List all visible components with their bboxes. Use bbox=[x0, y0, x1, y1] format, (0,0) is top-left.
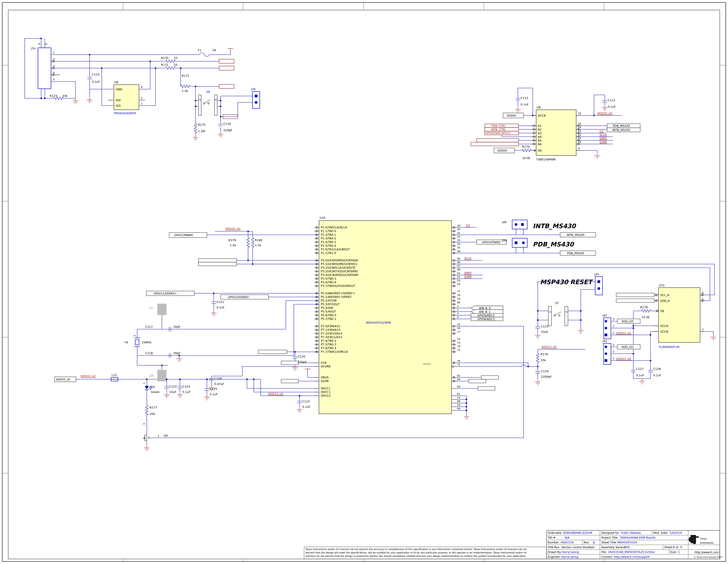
refdes-r177: R177 bbox=[150, 406, 157, 409]
gnd-symbol bbox=[578, 328, 583, 333]
ti-url[interactable]: http://www.ti.com bbox=[695, 551, 719, 554]
u8-pin-name: OE bbox=[538, 149, 542, 152]
value-d5: Green bbox=[151, 390, 160, 394]
value-c119: 2200pF bbox=[541, 375, 552, 378]
refdes-c113: C113 bbox=[521, 96, 528, 100]
capacitor-c116 bbox=[218, 124, 223, 126]
u10-pin-name: DVCC2 bbox=[321, 394, 331, 397]
net-label-intb-ms430: INTB_MS430 bbox=[567, 233, 584, 237]
capacitor-c124 bbox=[178, 386, 182, 388]
schematic-page: J34 1 2 3 4 5 9 8 R17333k C1140.1uF F17A… bbox=[0, 0, 728, 564]
u10-pin-name: P7.7/TB0CLK/MCLK bbox=[321, 350, 348, 353]
fuse-f1 bbox=[199, 53, 209, 57]
refdes-j42: J42 bbox=[602, 339, 607, 343]
pin-number: 77 bbox=[457, 290, 460, 293]
refdes-c118: C118 bbox=[145, 351, 153, 355]
tb-size: C bbox=[678, 551, 680, 554]
value-c112: 0.1uF bbox=[608, 105, 616, 108]
tb-designed-label: Designed for: bbox=[601, 531, 620, 535]
section-reset-u11: MSP430 RESET S7 2 4 J35 J41 J42 3 2 1 3 … bbox=[535, 273, 716, 385]
pin-number: 8 bbox=[702, 291, 704, 294]
gnd-symbol bbox=[73, 99, 78, 104]
pin-number: 3 bbox=[143, 423, 146, 425]
net-label-vdd33uc: VDD33_UC bbox=[541, 345, 557, 349]
net-label-vdd-i2c: VDD_I2C bbox=[621, 320, 634, 323]
tb-project[interactable]: DS90Ux949A EVM Boards bbox=[620, 536, 655, 539]
value-c118: 30pF bbox=[173, 351, 180, 355]
resistor-r179 bbox=[247, 238, 249, 248]
gnd-symbol bbox=[602, 106, 608, 110]
u10-pin-name: AVCC1 bbox=[321, 387, 330, 390]
gnd-symbol bbox=[515, 107, 521, 112]
pin-number: 80 bbox=[457, 301, 460, 304]
net-label-vdd33uc: VDD33_UC bbox=[225, 227, 241, 230]
switch-s8-pole-a bbox=[198, 95, 201, 115]
net-label-vdd33uc-box: VDD33_UC bbox=[56, 378, 71, 381]
tb-orderable[interactable]: DS90UB949A-Q1EVM bbox=[563, 531, 592, 535]
u10-pin-name: P5.2/XT2IN bbox=[321, 299, 337, 302]
u10-pin-name: P1.5/TA0.4 bbox=[321, 244, 336, 247]
pin-number: 2 bbox=[133, 335, 136, 337]
value-c124: 0.1uF bbox=[182, 390, 190, 394]
refdes-d5: D5 bbox=[151, 385, 155, 389]
tb-contact[interactable]: http://www.ti.com/support bbox=[614, 555, 650, 559]
gnd-symbol bbox=[535, 380, 541, 385]
u10-pin-name: P5.5/XOUT bbox=[321, 310, 336, 313]
value-r175: 1.2M bbox=[198, 129, 205, 133]
net-box-blank bbox=[281, 361, 298, 365]
u10-pin-name: VBUS bbox=[321, 376, 329, 379]
connector-j34 bbox=[38, 48, 51, 89]
pin-number: 2 bbox=[549, 311, 551, 313]
value-r170: 33 bbox=[174, 56, 177, 60]
pin-number: 1 bbox=[613, 357, 614, 360]
pin-number: 2 bbox=[613, 325, 614, 328]
u10-pin-name: P7.2/CB10/A14 bbox=[321, 332, 342, 335]
capacitor-c122 bbox=[297, 401, 302, 403]
gnd-symbol bbox=[211, 311, 217, 316]
refdes-q4: Q4 bbox=[164, 434, 168, 437]
refdes-r174: R174 bbox=[522, 145, 530, 148]
refdes-l12: L12 bbox=[112, 373, 117, 377]
gnd-symbol bbox=[177, 393, 183, 398]
tb-sheettitle-label: Sheet Title: bbox=[601, 541, 617, 544]
pin-number: 12 bbox=[578, 133, 581, 136]
pin-number: 30 bbox=[457, 228, 460, 231]
net-box-red bbox=[219, 84, 234, 88]
heading-pdb-ms430: PDB_MS430 bbox=[533, 241, 574, 248]
disclaimer-line2: warrant that this design will meet the s… bbox=[305, 551, 527, 554]
pin-number: 51 bbox=[457, 272, 460, 275]
u10-pin-name: P3.4/UCA0RXD/UCA0SOMI bbox=[321, 273, 358, 277]
pin-number: 75 bbox=[457, 349, 460, 352]
u10-pin-name: P3.1/UCB0SOMI/UCB0SCL bbox=[321, 262, 358, 266]
net-box-red bbox=[477, 139, 519, 142]
u8-pin-name: A4 bbox=[538, 135, 542, 139]
pin-number: 3 bbox=[53, 65, 55, 68]
section-mcu-u10: U10 MSP430F5529IPN P1.0/TA0CLK/ACLK P1.1… bbox=[314, 216, 460, 414]
value-c126: 0.47uF bbox=[214, 382, 224, 386]
net-label-pdb-ctrl: PDB_CTRL bbox=[492, 124, 506, 128]
refdes-j38: J38 bbox=[149, 374, 154, 377]
tb-svn-label: SVN Rev: bbox=[548, 546, 560, 549]
refdes-u9: U9 bbox=[114, 80, 118, 84]
pin-number: 36 bbox=[457, 250, 460, 253]
tb-moddate: 5/9/2019 bbox=[669, 531, 682, 535]
pin-number: 1 bbox=[143, 382, 146, 384]
part-u8: TXB0106PWR bbox=[536, 158, 556, 161]
pin-number: 34 bbox=[457, 243, 460, 246]
capacitor-c121 bbox=[211, 302, 216, 303]
u9-pin-name: IO4 bbox=[116, 99, 121, 102]
net-label-simo: SIMO bbox=[464, 271, 471, 275]
tb-variant: 002 bbox=[625, 546, 630, 549]
pin-number: 48 bbox=[457, 268, 460, 271]
net-label-vdd33uc: VDD33_UC bbox=[616, 357, 632, 361]
refdes-c115: C115 bbox=[541, 325, 549, 328]
refdes-c124: C124 bbox=[182, 385, 190, 388]
disclaimer-line1: Texas Instruments and/or its licensors d… bbox=[305, 548, 527, 551]
u10-pin-name: P1.6/TA1CLK/CBOUT bbox=[321, 248, 350, 251]
tb-number-label: Number: bbox=[548, 541, 559, 544]
pin-number: 1 bbox=[141, 102, 142, 105]
u9-pin-name: GND bbox=[116, 88, 122, 91]
net-box-red bbox=[219, 66, 234, 70]
capacitor-c125 bbox=[205, 389, 209, 390]
pin-number: 15 bbox=[578, 112, 581, 115]
